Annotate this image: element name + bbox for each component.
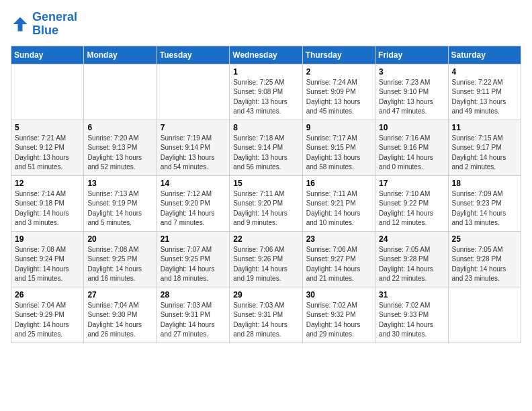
calendar-week-4: 19 Sunrise: 7:08 AM Sunset: 9:24 PM Dayl…	[11, 231, 521, 287]
daylight-text: Daylight: 14 hours and 25 minutes.	[15, 320, 80, 340]
sunset-text: Sunset: 9:14 PM	[161, 143, 226, 153]
sunset-text: Sunset: 9:31 PM	[161, 310, 226, 320]
day-info: Sunrise: 7:18 AM Sunset: 9:14 PM Dayligh…	[233, 134, 298, 173]
sunset-text: Sunset: 9:25 PM	[161, 255, 226, 265]
calendar-cell: 19 Sunrise: 7:08 AM Sunset: 9:24 PM Dayl…	[11, 231, 84, 287]
svg-marker-0	[13, 17, 28, 31]
calendar-cell: 10 Sunrise: 7:16 AM Sunset: 9:16 PM Dayl…	[375, 120, 448, 175]
sunrise-text: Sunrise: 7:17 AM	[306, 134, 371, 144]
sunrise-text: Sunrise: 7:21 AM	[15, 134, 80, 144]
calendar-cell: 28 Sunrise: 7:03 AM Sunset: 9:31 PM Dayl…	[157, 287, 229, 342]
sunrise-text: Sunrise: 7:09 AM	[452, 189, 517, 199]
calendar-cell: 29 Sunrise: 7:03 AM Sunset: 9:31 PM Dayl…	[230, 287, 302, 342]
day-number: 24	[379, 234, 444, 244]
calendar-header-row: SundayMondayTuesdayWednesdayThursdayFrid…	[11, 46, 521, 64]
day-info: Sunrise: 7:15 AM Sunset: 9:17 PM Dayligh…	[452, 134, 517, 173]
calendar-body: 1 Sunrise: 7:25 AM Sunset: 9:08 PM Dayli…	[11, 64, 521, 342]
calendar-cell: 16 Sunrise: 7:11 AM Sunset: 9:21 PM Dayl…	[302, 175, 375, 231]
sunset-text: Sunset: 9:30 PM	[87, 310, 152, 320]
day-info: Sunrise: 7:03 AM Sunset: 9:31 PM Dayligh…	[161, 301, 226, 340]
day-number: 3	[379, 67, 444, 77]
day-number: 21	[161, 234, 226, 244]
sunset-text: Sunset: 9:09 PM	[306, 87, 371, 97]
calendar-header-saturday: Saturday	[448, 46, 521, 64]
sunrise-text: Sunrise: 7:15 AM	[452, 134, 517, 144]
sunset-text: Sunset: 9:15 PM	[306, 143, 371, 153]
day-number: 13	[87, 179, 152, 188]
day-number: 17	[379, 179, 444, 188]
daylight-text: Daylight: 13 hours and 47 minutes.	[379, 97, 444, 117]
sunset-text: Sunset: 9:21 PM	[306, 199, 371, 209]
sunrise-text: Sunrise: 7:04 AM	[87, 301, 152, 311]
sunset-text: Sunset: 9:28 PM	[452, 255, 517, 265]
calendar-cell: 26 Sunrise: 7:04 AM Sunset: 9:29 PM Dayl…	[11, 287, 84, 342]
daylight-text: Daylight: 14 hours and 3 minutes.	[15, 209, 80, 228]
sunrise-text: Sunrise: 7:06 AM	[306, 245, 371, 255]
calendar-cell: 31 Sunrise: 7:02 AM Sunset: 9:33 PM Dayl…	[375, 287, 448, 342]
calendar-week-2: 5 Sunrise: 7:21 AM Sunset: 9:12 PM Dayli…	[11, 120, 521, 175]
sunset-text: Sunset: 9:16 PM	[379, 143, 444, 153]
daylight-text: Daylight: 14 hours and 26 minutes.	[87, 320, 152, 340]
sunrise-text: Sunrise: 7:19 AM	[161, 134, 226, 144]
sunrise-text: Sunrise: 7:03 AM	[161, 301, 226, 311]
sunrise-text: Sunrise: 7:08 AM	[87, 245, 152, 255]
day-info: Sunrise: 7:11 AM Sunset: 9:21 PM Dayligh…	[306, 189, 371, 228]
logo-icon	[11, 15, 30, 34]
calendar-cell: 3 Sunrise: 7:23 AM Sunset: 9:10 PM Dayli…	[375, 64, 448, 120]
calendar-header-tuesday: Tuesday	[157, 46, 229, 64]
day-info: Sunrise: 7:09 AM Sunset: 9:23 PM Dayligh…	[452, 189, 517, 228]
day-info: Sunrise: 7:08 AM Sunset: 9:24 PM Dayligh…	[15, 245, 80, 284]
day-number: 7	[161, 123, 226, 132]
calendar-cell: 12 Sunrise: 7:14 AM Sunset: 9:18 PM Dayl…	[11, 175, 84, 231]
daylight-text: Daylight: 14 hours and 21 minutes.	[306, 265, 371, 284]
sunset-text: Sunset: 9:25 PM	[87, 255, 152, 265]
sunrise-text: Sunrise: 7:13 AM	[87, 189, 152, 199]
calendar-cell: 11 Sunrise: 7:15 AM Sunset: 9:17 PM Dayl…	[448, 120, 521, 175]
daylight-text: Daylight: 13 hours and 54 minutes.	[161, 153, 226, 173]
daylight-text: Daylight: 14 hours and 27 minutes.	[161, 320, 226, 340]
sunrise-text: Sunrise: 7:24 AM	[306, 78, 371, 88]
calendar-cell: 2 Sunrise: 7:24 AM Sunset: 9:09 PM Dayli…	[302, 64, 375, 120]
day-info: Sunrise: 7:12 AM Sunset: 9:20 PM Dayligh…	[161, 189, 226, 228]
day-info: Sunrise: 7:16 AM Sunset: 9:16 PM Dayligh…	[379, 134, 444, 173]
sunset-text: Sunset: 9:33 PM	[379, 310, 444, 320]
day-number: 9	[306, 123, 371, 132]
day-number: 25	[452, 234, 517, 244]
sunrise-text: Sunrise: 7:08 AM	[15, 245, 80, 255]
calendar-cell: 13 Sunrise: 7:13 AM Sunset: 9:19 PM Dayl…	[84, 175, 157, 231]
sunset-text: Sunset: 9:20 PM	[161, 199, 226, 209]
daylight-text: Daylight: 14 hours and 18 minutes.	[161, 265, 226, 284]
calendar-header-wednesday: Wednesday	[230, 46, 302, 64]
calendar-header-sunday: Sunday	[11, 46, 84, 64]
calendar-week-1: 1 Sunrise: 7:25 AM Sunset: 9:08 PM Dayli…	[11, 64, 521, 120]
sunrise-text: Sunrise: 7:23 AM	[379, 78, 444, 88]
day-number: 19	[15, 234, 80, 244]
calendar-cell: 18 Sunrise: 7:09 AM Sunset: 9:23 PM Dayl…	[448, 175, 521, 231]
sunset-text: Sunset: 9:12 PM	[15, 143, 80, 153]
day-number: 16	[306, 179, 371, 188]
day-info: Sunrise: 7:22 AM Sunset: 9:11 PM Dayligh…	[452, 78, 517, 117]
daylight-text: Daylight: 14 hours and 22 minutes.	[379, 265, 444, 284]
day-number: 15	[233, 179, 298, 188]
day-info: Sunrise: 7:06 AM Sunset: 9:27 PM Dayligh…	[306, 245, 371, 284]
day-info: Sunrise: 7:19 AM Sunset: 9:14 PM Dayligh…	[161, 134, 226, 173]
sunrise-text: Sunrise: 7:22 AM	[452, 78, 517, 88]
sunrise-text: Sunrise: 7:06 AM	[233, 245, 298, 255]
day-number: 29	[233, 290, 298, 300]
sunset-text: Sunset: 9:17 PM	[452, 143, 517, 153]
day-info: Sunrise: 7:03 AM Sunset: 9:31 PM Dayligh…	[233, 301, 298, 340]
day-info: Sunrise: 7:08 AM Sunset: 9:25 PM Dayligh…	[87, 245, 152, 284]
sunrise-text: Sunrise: 7:04 AM	[15, 301, 80, 311]
day-number: 11	[452, 123, 517, 132]
daylight-text: Daylight: 13 hours and 49 minutes.	[452, 97, 517, 117]
daylight-text: Daylight: 14 hours and 16 minutes.	[87, 265, 152, 284]
calendar-header-friday: Friday	[375, 46, 448, 64]
day-info: Sunrise: 7:21 AM Sunset: 9:12 PM Dayligh…	[15, 134, 80, 173]
day-info: Sunrise: 7:13 AM Sunset: 9:19 PM Dayligh…	[87, 189, 152, 228]
sunrise-text: Sunrise: 7:16 AM	[379, 134, 444, 144]
day-number: 31	[379, 290, 444, 300]
day-number: 18	[452, 179, 517, 188]
calendar-cell	[84, 64, 157, 120]
sunset-text: Sunset: 9:10 PM	[379, 87, 444, 97]
day-info: Sunrise: 7:07 AM Sunset: 9:25 PM Dayligh…	[161, 245, 226, 284]
